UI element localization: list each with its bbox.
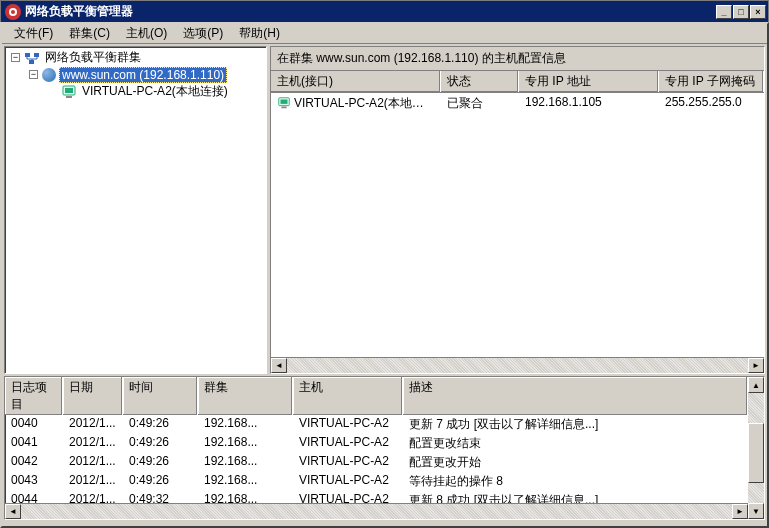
scroll-vtrack[interactable]: [748, 393, 764, 503]
log-row[interactable]: 00442012/1...0:49:32192.168...VIRTUAL-PC…: [5, 491, 748, 503]
log-body[interactable]: 00402012/1...0:49:26192.168...VIRTUAL-PC…: [5, 415, 748, 503]
scroll-thumb[interactable]: [748, 423, 764, 483]
tree-cluster-label: www.sun.com (192.168.1.110): [59, 67, 227, 83]
log-row[interactable]: 00432012/1...0:49:26192.168...VIRTUAL-PC…: [5, 472, 748, 491]
log-cell-time: 0:49:26: [123, 415, 198, 434]
detail-body[interactable]: VIRTUAL-PC-A2(本地连接) 已聚合 192.168.1.105 25…: [271, 93, 764, 357]
detail-header: 主机(接口) 状态 专用 IP 地址 专用 IP 子网掩码: [271, 71, 764, 93]
scroll-left-button[interactable]: ◄: [271, 358, 287, 373]
detail-panel: 在群集 www.sun.com (192.168.1.110) 的主机配置信息 …: [270, 46, 765, 374]
log-cell-cluster: 192.168...: [198, 434, 293, 453]
log-cell-date: 2012/1...: [63, 434, 123, 453]
log-cell-desc: 等待挂起的操作 8: [403, 472, 748, 491]
log-cell-host: VIRTUAL-PC-A2: [293, 491, 403, 503]
cell-host-text: VIRTUAL-PC-A2(本地连接): [294, 96, 440, 110]
scroll-right-button[interactable]: ►: [732, 504, 748, 519]
window-frame: 文件(F) 群集(C) 主机(O) 选项(P) 帮助(H) − 网络负载平衡群集…: [0, 22, 769, 528]
collapse-icon[interactable]: −: [11, 53, 20, 62]
cell-ip: 192.168.1.105: [519, 93, 659, 114]
log-vscrollbar[interactable]: ▲ ▼: [748, 377, 764, 519]
log-cell-cluster: 192.168...: [198, 415, 293, 434]
maximize-button[interactable]: □: [733, 5, 749, 19]
menu-file[interactable]: 文件(F): [6, 23, 61, 44]
log-cell-desc: 配置更改开始: [403, 453, 748, 472]
col-mask[interactable]: 专用 IP 子网掩码: [659, 71, 764, 92]
svg-rect-9: [281, 100, 288, 104]
log-cell-cluster: 192.168...: [198, 491, 293, 503]
log-row[interactable]: 00422012/1...0:49:26192.168...VIRTUAL-PC…: [5, 453, 748, 472]
log-cell-desc: 更新 8 成功 [双击以了解详细信息...]: [403, 491, 748, 503]
log-col-host[interactable]: 主机: [293, 377, 403, 415]
log-cell-host: VIRTUAL-PC-A2: [293, 415, 403, 434]
log-cell-id: 0043: [5, 472, 63, 491]
log-row[interactable]: 00402012/1...0:49:26192.168...VIRTUAL-PC…: [5, 415, 748, 434]
log-cell-id: 0041: [5, 434, 63, 453]
svg-point-1: [11, 10, 15, 14]
log-cell-desc: 更新 7 成功 [双击以了解详细信息...]: [403, 415, 748, 434]
log-cell-cluster: 192.168...: [198, 472, 293, 491]
menu-help[interactable]: 帮助(H): [231, 23, 288, 44]
log-cell-host: VIRTUAL-PC-A2: [293, 434, 403, 453]
close-button[interactable]: ×: [750, 5, 766, 19]
svg-rect-6: [65, 88, 73, 93]
log-col-time[interactable]: 时间: [123, 377, 198, 415]
col-host[interactable]: 主机(接口): [271, 71, 441, 92]
app-icon: [5, 4, 21, 20]
tree-root[interactable]: − 网络负载平衡群集: [7, 49, 266, 66]
log-col-id[interactable]: 日志项目: [5, 377, 63, 415]
main-split: − 网络负载平衡群集 − www.sun.com (192.168.1.110)…: [2, 44, 767, 376]
log-panel: 日志项目 日期 时间 群集 主机 描述 00402012/1...0:49:26…: [4, 376, 765, 520]
host-icon: [61, 84, 77, 100]
log-col-date[interactable]: 日期: [63, 377, 123, 415]
scroll-right-button[interactable]: ►: [748, 358, 764, 373]
log-cell-date: 2012/1...: [63, 415, 123, 434]
window-title: 网络负载平衡管理器: [25, 3, 716, 20]
tree-host[interactable]: VIRTUAL-PC-A2(本地连接): [7, 83, 266, 100]
menu-host[interactable]: 主机(O): [118, 23, 175, 44]
tree-panel[interactable]: − 网络负载平衡群集 − www.sun.com (192.168.1.110)…: [4, 46, 267, 374]
log-cell-id: 0044: [5, 491, 63, 503]
detail-hscrollbar[interactable]: ◄ ►: [271, 357, 764, 373]
svg-rect-10: [281, 107, 286, 109]
svg-rect-4: [29, 60, 34, 64]
log-cell-date: 2012/1...: [63, 491, 123, 503]
log-row[interactable]: 00412012/1...0:49:26192.168...VIRTUAL-PC…: [5, 434, 748, 453]
detail-caption: 在群集 www.sun.com (192.168.1.110) 的主机配置信息: [271, 47, 764, 71]
log-cell-id: 0042: [5, 453, 63, 472]
globe-icon: [42, 68, 56, 82]
minimize-button[interactable]: _: [716, 5, 732, 19]
cell-mask: 255.255.255.0: [659, 93, 764, 114]
svg-rect-3: [34, 53, 39, 57]
tree-root-label: 网络负载平衡群集: [43, 49, 143, 66]
collapse-icon[interactable]: −: [29, 70, 38, 79]
log-col-desc[interactable]: 描述: [403, 377, 748, 415]
cell-host: VIRTUAL-PC-A2(本地连接): [271, 93, 441, 114]
log-cell-date: 2012/1...: [63, 472, 123, 491]
log-cell-date: 2012/1...: [63, 453, 123, 472]
scroll-down-button[interactable]: ▼: [748, 503, 764, 519]
menubar: 文件(F) 群集(C) 主机(O) 选项(P) 帮助(H): [2, 24, 767, 44]
menu-options[interactable]: 选项(P): [175, 23, 231, 44]
scroll-track[interactable]: [21, 504, 732, 519]
tree-host-label: VIRTUAL-PC-A2(本地连接): [80, 83, 230, 100]
table-row[interactable]: VIRTUAL-PC-A2(本地连接) 已聚合 192.168.1.105 25…: [271, 93, 764, 114]
window-buttons: _ □ ×: [716, 5, 766, 19]
scroll-up-button[interactable]: ▲: [748, 377, 764, 393]
log-cell-cluster: 192.168...: [198, 453, 293, 472]
log-cell-time: 0:49:32: [123, 491, 198, 503]
scroll-left-button[interactable]: ◄: [5, 504, 21, 519]
tree-cluster[interactable]: − www.sun.com (192.168.1.110): [7, 66, 266, 83]
menu-cluster[interactable]: 群集(C): [61, 23, 118, 44]
col-state[interactable]: 状态: [441, 71, 519, 92]
log-cell-id: 0040: [5, 415, 63, 434]
log-cell-time: 0:49:26: [123, 472, 198, 491]
log-cell-desc: 配置更改结束: [403, 434, 748, 453]
log-header: 日志项目 日期 时间 群集 主机 描述: [5, 377, 748, 415]
scroll-track[interactable]: [287, 358, 748, 373]
col-ip[interactable]: 专用 IP 地址: [519, 71, 659, 92]
cell-state: 已聚合: [441, 93, 519, 114]
log-col-cluster[interactable]: 群集: [198, 377, 293, 415]
log-hscrollbar[interactable]: ◄ ►: [5, 503, 748, 519]
log-cell-host: VIRTUAL-PC-A2: [293, 453, 403, 472]
log-cell-host: VIRTUAL-PC-A2: [293, 472, 403, 491]
